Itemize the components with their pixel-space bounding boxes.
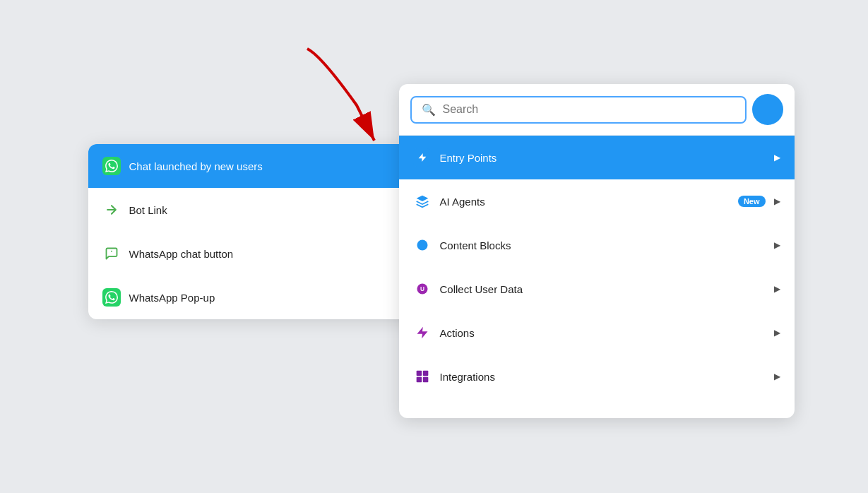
search-input[interactable] (443, 103, 735, 116)
svg-rect-5 (416, 371, 422, 376)
scene: Chat launched by new users Bot Link What… (46, 28, 823, 465)
menu-item-wa-chat-button[interactable]: WhatsApp chat button (88, 232, 434, 275)
chat-launched-label: Chat launched by new users (129, 160, 420, 172)
entry-points-icon (413, 148, 432, 167)
menu-item-actions[interactable]: Actions ▶ (399, 311, 795, 355)
integrations-chevron: ▶ (774, 372, 780, 381)
collect-user-data-chevron: ▶ (774, 284, 780, 294)
bot-link-label: Bot Link (129, 204, 420, 216)
svg-rect-7 (416, 377, 422, 383)
menu-item-wa-popup[interactable]: WhatsApp Pop-up (88, 275, 434, 319)
content-blocks-label: Content Blocks (440, 239, 766, 251)
wa-popup-icon (102, 288, 121, 307)
menu-item-collect-user-data[interactable]: U Collect User Data ▶ (399, 267, 795, 311)
new-badge: New (738, 196, 766, 207)
svg-rect-8 (422, 377, 428, 383)
content-blocks-chevron: ▶ (774, 240, 780, 250)
collect-user-data-icon: U (413, 280, 432, 298)
right-menu-list: Entry Points ▶ AI Agents New ▶ (399, 136, 795, 418)
collect-user-data-label: Collect User Data (440, 283, 766, 295)
ai-agents-icon (413, 192, 432, 210)
menu-item-integrations[interactable]: Integrations ▶ (399, 355, 795, 398)
menu-columns: Entry Points ▶ AI Agents New ▶ (399, 136, 795, 418)
search-row: 🔍 (399, 84, 795, 136)
actions-chevron: ▶ (774, 328, 780, 338)
svg-rect-6 (422, 371, 428, 376)
wa-chat-button-label: WhatsApp chat button (129, 248, 420, 260)
integrations-label: Integrations (440, 371, 766, 383)
search-icon: 🔍 (422, 103, 436, 117)
actions-icon (413, 323, 432, 342)
integrations-icon (413, 367, 432, 386)
right-menu-panel: 🔍 Entry Points (399, 84, 795, 418)
menu-item-ai-agents[interactable]: AI Agents New ▶ (399, 179, 795, 223)
svg-text:U: U (420, 285, 424, 292)
menu-item-bot-link[interactable]: Bot Link (88, 188, 434, 232)
menu-item-entry-points[interactable]: Entry Points ▶ (399, 136, 795, 179)
entry-points-label: Entry Points (440, 152, 766, 164)
blue-action-button[interactable] (752, 94, 783, 125)
ai-agents-label: AI Agents (440, 196, 727, 208)
menu-item-content-blocks[interactable]: Content Blocks ▶ (399, 223, 795, 267)
menu-item-chat-launched[interactable]: Chat launched by new users (88, 144, 434, 188)
wa-popup-label: WhatsApp Pop-up (129, 292, 420, 304)
search-input-wrapper[interactable]: 🔍 (410, 96, 747, 124)
content-blocks-icon (413, 236, 432, 254)
bot-link-icon (102, 201, 121, 219)
entry-points-chevron: ▶ (774, 153, 780, 162)
actions-label: Actions (440, 327, 766, 339)
wa-chat-icon (102, 244, 121, 263)
ai-agents-chevron: ▶ (774, 196, 780, 206)
whatsapp-icon (102, 157, 121, 175)
left-menu-panel: Chat launched by new users Bot Link What… (88, 144, 434, 319)
svg-point-2 (417, 240, 427, 251)
